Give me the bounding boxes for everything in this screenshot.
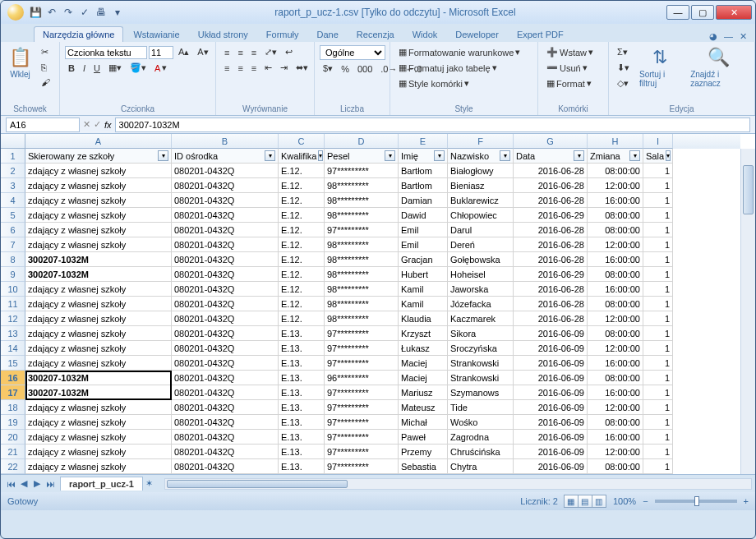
- cell[interactable]: 080201-0432Q: [172, 430, 279, 445]
- ribbon-minimize-icon[interactable]: —: [724, 31, 733, 42]
- column-header[interactable]: B: [172, 134, 279, 149]
- cell[interactable]: 97*********: [325, 459, 399, 474]
- cell[interactable]: E.12.: [279, 208, 325, 223]
- font-color-button[interactable]: A▾: [151, 61, 170, 75]
- cell[interactable]: Sroczyńska: [448, 341, 514, 356]
- cell[interactable]: E.13.: [279, 356, 325, 371]
- zoom-slider[interactable]: [655, 500, 737, 503]
- cell[interactable]: 080201-0432Q: [172, 385, 279, 400]
- filter-header-cell[interactable]: Nazwisko▾: [448, 149, 514, 164]
- sort-filter-button[interactable]: ⇅Sortuj i filtruj: [636, 45, 684, 90]
- cell[interactable]: Darul: [448, 223, 514, 237]
- row-header[interactable]: 20: [1, 430, 25, 445]
- grow-font-button[interactable]: A▴: [175, 45, 192, 59]
- cell[interactable]: Paweł: [399, 430, 448, 445]
- cell[interactable]: E.12.: [279, 237, 325, 252]
- cell[interactable]: E.12.: [279, 282, 325, 297]
- cell[interactable]: 2016-06-09: [514, 356, 588, 371]
- row-header[interactable]: 1: [1, 149, 25, 164]
- cell[interactable]: 080201-0432Q: [172, 371, 279, 385]
- cell[interactable]: 2016-06-09: [514, 445, 588, 459]
- align-top-button[interactable]: ≡: [221, 46, 233, 59]
- undo-icon[interactable]: ↶: [45, 6, 58, 19]
- cell[interactable]: 08:00:00: [588, 267, 643, 282]
- tab-data[interactable]: Dane: [309, 27, 347, 42]
- cell[interactable]: 300207-1032M: [25, 252, 172, 267]
- tab-insert[interactable]: Wstawianie: [125, 27, 187, 42]
- cell[interactable]: 1: [643, 178, 673, 193]
- cell[interactable]: 080201-0432Q: [172, 400, 279, 415]
- cell[interactable]: 12:00:00: [588, 445, 643, 459]
- row-header[interactable]: 11: [1, 297, 25, 311]
- cell[interactable]: 16:00:00: [588, 252, 643, 267]
- cell[interactable]: 97*********: [325, 445, 399, 459]
- cell[interactable]: 1: [643, 282, 673, 297]
- cell[interactable]: zdający z własnej szkoły: [25, 356, 172, 371]
- cell[interactable]: 080201-0432Q: [172, 252, 279, 267]
- filter-dropdown-icon[interactable]: ▾: [666, 150, 671, 161]
- cell[interactable]: zdający z własnej szkoły: [25, 208, 172, 223]
- row-header[interactable]: 18: [1, 400, 25, 415]
- cell[interactable]: 2016-06-28: [514, 164, 588, 178]
- cell[interactable]: Jaworska: [448, 282, 514, 297]
- zoom-out-button[interactable]: −: [643, 496, 648, 506]
- filter-header-cell[interactable]: Data▾: [514, 149, 588, 164]
- cell[interactable]: Chłopowiec: [448, 208, 514, 223]
- cell[interactable]: 1: [643, 341, 673, 356]
- cell[interactable]: 2016-06-09: [514, 459, 588, 474]
- minimize-button[interactable]: —: [666, 5, 689, 20]
- cell[interactable]: 300207-1032M: [25, 267, 172, 282]
- cell[interactable]: Strankowski: [448, 356, 514, 371]
- cell[interactable]: 080201-0432Q: [172, 223, 279, 237]
- cell[interactable]: 2016-06-28: [514, 311, 588, 326]
- cell[interactable]: 2016-06-28: [514, 297, 588, 311]
- align-mid-button[interactable]: ≡: [234, 46, 246, 59]
- column-header[interactable]: I: [643, 134, 673, 149]
- cell[interactable]: 08:00:00: [588, 326, 643, 341]
- orientation-button[interactable]: ⤢▾: [261, 45, 280, 59]
- row-header[interactable]: 12: [1, 311, 25, 326]
- cell[interactable]: Przemy: [399, 445, 448, 459]
- cell[interactable]: E.12.: [279, 164, 325, 178]
- cell[interactable]: E.13.: [279, 371, 325, 385]
- filter-dropdown-icon[interactable]: ▾: [500, 150, 510, 161]
- cell[interactable]: 97*********: [325, 356, 399, 371]
- currency-button[interactable]: $▾: [320, 62, 336, 76]
- cell[interactable]: 2016-06-09: [514, 385, 588, 400]
- filter-header-cell[interactable]: Kwalifika▾: [279, 149, 325, 164]
- tab-review[interactable]: Recenzja: [348, 27, 403, 42]
- filter-dropdown-icon[interactable]: ▾: [158, 150, 168, 161]
- cell[interactable]: 98*********: [325, 178, 399, 193]
- close-button[interactable]: ✕: [716, 5, 752, 20]
- vscroll-thumb[interactable]: [743, 165, 754, 214]
- cell[interactable]: Emil: [399, 237, 448, 252]
- cell[interactable]: Białogłowy: [448, 164, 514, 178]
- row-header[interactable]: 6: [1, 223, 25, 237]
- cell[interactable]: E.13.: [279, 326, 325, 341]
- cell[interactable]: Maciej: [399, 356, 448, 371]
- column-header[interactable]: A: [25, 134, 172, 149]
- cell[interactable]: 98*********: [325, 208, 399, 223]
- cell[interactable]: 1: [643, 445, 673, 459]
- merge-button[interactable]: ⬌▾: [293, 61, 311, 75]
- doc-close-icon[interactable]: ✕: [740, 31, 747, 42]
- column-header[interactable]: H: [588, 134, 643, 149]
- page-layout-view-button[interactable]: ▤: [578, 495, 592, 508]
- cell[interactable]: Michał: [399, 415, 448, 430]
- font-name-combo[interactable]: [65, 46, 147, 59]
- cell[interactable]: 2016-06-28: [514, 193, 588, 208]
- cell[interactable]: 2016-06-09: [514, 430, 588, 445]
- filter-header-cell[interactable]: ID ośrodka▾: [172, 149, 279, 164]
- cell[interactable]: 080201-0432Q: [172, 193, 279, 208]
- cell[interactable]: Damian: [399, 193, 448, 208]
- percent-button[interactable]: %: [338, 62, 353, 76]
- cell[interactable]: 2016-06-09: [514, 341, 588, 356]
- enter-formula-icon[interactable]: ✓: [94, 119, 101, 130]
- cell[interactable]: 08:00:00: [588, 415, 643, 430]
- increase-indent-button[interactable]: ⇥: [277, 61, 291, 75]
- cell[interactable]: 97*********: [325, 326, 399, 341]
- cell[interactable]: 1: [643, 385, 673, 400]
- cell[interactable]: Klaudia: [399, 311, 448, 326]
- number-format-combo[interactable]: Ogólne: [320, 45, 385, 60]
- cell[interactable]: 2016-06-29: [514, 208, 588, 223]
